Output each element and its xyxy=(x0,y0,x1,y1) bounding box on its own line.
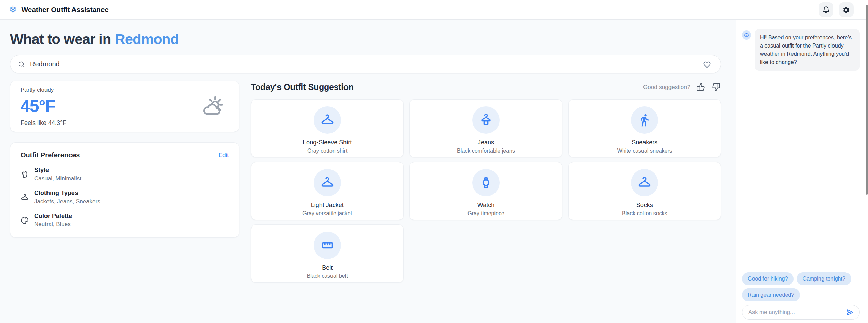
weather-condition: Partly cloudy xyxy=(21,87,66,93)
outfit-icon-slot xyxy=(638,113,651,127)
thumbs-up-button[interactable] xyxy=(696,82,706,92)
app-header: ❄ Weather Outfit Assistance xyxy=(0,0,868,20)
outfit-icon-slot xyxy=(479,113,493,127)
outfit-icon-slot xyxy=(479,176,493,190)
outfit-card-subtitle: Black comfortable jeans xyxy=(410,148,562,154)
chat-message-row: Hi! Based on your preferences, here's a … xyxy=(742,29,860,71)
edit-preferences-button[interactable]: Edit xyxy=(219,152,229,159)
outfit-card[interactable]: Sneakers White casual sneakers xyxy=(568,99,721,157)
hanger-icon xyxy=(638,176,651,190)
chat-input-row xyxy=(742,305,860,320)
outfit-card-subtitle: Gray timepiece xyxy=(410,210,562,217)
outfit-card-title: Long-Sleeve Shirt xyxy=(251,139,403,146)
preference-item: Style Casual, Minimalist xyxy=(21,167,229,182)
outfit-card-title: Sneakers xyxy=(569,139,721,146)
outfit-card[interactable]: Long-Sleeve Shirt Gray cotton shirt xyxy=(251,99,404,157)
outfit-icon-slot xyxy=(321,238,334,252)
hanger-icon xyxy=(321,113,334,127)
heart-icon xyxy=(702,60,712,69)
outfit-card[interactable]: Jeans Black comfortable jeans xyxy=(409,99,562,157)
preference-item: Clothing Types Jackets, Jeans, Sneakers xyxy=(21,190,229,205)
notifications-button[interactable] xyxy=(819,2,833,17)
outfit-card[interactable]: Light Jacket Gray versatile jacket xyxy=(251,162,404,220)
main-content: What to wear inRedmond Partly cloudy 45°… xyxy=(0,20,736,323)
ruler-icon xyxy=(321,238,334,252)
outfit-icon-circle xyxy=(631,106,658,134)
sun-behind-cloud-icon xyxy=(201,95,223,118)
app-title: Weather Outfit Assistance xyxy=(21,5,108,14)
search-icon xyxy=(18,61,25,68)
weather-temperature: 45°F xyxy=(21,96,66,116)
weather-icon-slot xyxy=(201,95,223,118)
weather-card: Partly cloudy 45°F Feels like 44.3°F xyxy=(10,81,239,132)
snowflake-logo-icon: ❄ xyxy=(9,5,17,14)
chat-suggestion-chip[interactable]: Rain gear needed? xyxy=(742,288,800,301)
pref-item-label: Clothing Types xyxy=(34,190,100,197)
preference-icon-slot xyxy=(21,216,29,224)
hanger-icon xyxy=(21,193,29,202)
page-title: What to wear inRedmond xyxy=(10,31,721,48)
watch-icon xyxy=(479,176,493,190)
outfit-icon-slot xyxy=(321,176,334,190)
outfit-icon-circle xyxy=(314,232,341,259)
preference-icon-slot xyxy=(21,170,29,179)
header-actions xyxy=(819,2,854,17)
outfit-card-subtitle: Black cotton socks xyxy=(569,210,721,217)
outfit-card-title: Jeans xyxy=(410,139,562,146)
outfit-icon-circle xyxy=(314,169,341,196)
suggestion-feedback: Good suggestion? xyxy=(643,82,721,92)
outfit-icon-circle xyxy=(472,106,500,134)
thumbs-down-icon xyxy=(712,83,720,91)
outfit-card-subtitle: Gray cotton shirt xyxy=(251,148,403,154)
preferences-list: Style Casual, Minimalist Clothing Types … xyxy=(21,167,229,228)
hanger-garment-icon xyxy=(479,113,493,127)
favorite-button[interactable] xyxy=(701,58,713,70)
brand: ❄ Weather Outfit Assistance xyxy=(9,5,109,14)
chat-suggestion-chip[interactable]: Good for hiking? xyxy=(742,272,794,285)
outfit-card-title: Light Jacket xyxy=(251,202,403,209)
walking-person-icon xyxy=(638,113,651,127)
robot-icon xyxy=(744,32,749,38)
location-search-bar xyxy=(10,55,721,73)
gear-icon xyxy=(842,6,850,14)
chat-input[interactable] xyxy=(748,309,842,315)
outfit-card-subtitle: White casual sneakers xyxy=(569,148,721,154)
thumbs-down-button[interactable] xyxy=(711,82,721,92)
pref-item-value: Casual, Minimalist xyxy=(34,175,81,182)
chat-suggestion-chips: Good for hiking?Camping tonight?Rain gea… xyxy=(742,272,860,301)
pref-item-value: Neutral, Blues xyxy=(34,221,72,228)
chat-panel: Hi! Based on your preferences, here's a … xyxy=(736,20,868,323)
page-title-city: Redmond xyxy=(115,31,179,47)
bot-icon-slot xyxy=(744,32,749,38)
send-button[interactable] xyxy=(845,308,855,317)
outfit-card[interactable]: Belt Black casual belt xyxy=(251,224,404,283)
preferences-title: Outfit Preferences xyxy=(21,151,80,159)
suggestion-title: Today's Outfit Suggestion xyxy=(251,82,354,92)
preference-item: Color Palette Neutral, Blues xyxy=(21,212,229,228)
scrollbar-thumb[interactable] xyxy=(866,5,868,195)
outfit-card[interactable]: Socks Black cotton socks xyxy=(568,162,721,220)
outfit-card-title: Socks xyxy=(569,202,721,209)
outfit-icon-slot xyxy=(321,113,334,127)
send-icon xyxy=(846,308,854,316)
page-title-prefix: What to wear in xyxy=(10,31,111,47)
outfit-icon-circle xyxy=(631,169,658,196)
pref-item-label: Style xyxy=(34,167,81,174)
chat-message: Hi! Based on your preferences, here's a … xyxy=(755,29,860,71)
outfit-card-title: Watch xyxy=(410,202,562,209)
feedback-label: Good suggestion? xyxy=(643,84,690,91)
search-input[interactable] xyxy=(30,60,696,68)
outfit-card-title: Belt xyxy=(251,264,403,271)
bell-icon xyxy=(822,6,830,14)
chat-suggestion-chip[interactable]: Camping tonight? xyxy=(797,272,851,285)
bot-avatar xyxy=(742,30,751,40)
outfit-card[interactable]: Watch Gray timepiece xyxy=(409,162,562,220)
hanger-icon xyxy=(321,176,334,190)
outfit-card-subtitle: Gray versatile jacket xyxy=(251,210,403,217)
preferences-card: Outfit Preferences Edit Style Casual, Mi… xyxy=(10,142,239,238)
palette-icon xyxy=(21,216,29,224)
thumbs-up-icon xyxy=(696,83,705,91)
outfit-icon-slot xyxy=(638,176,651,190)
settings-button[interactable] xyxy=(839,2,854,17)
weather-feels-like: Feels like 44.3°F xyxy=(21,119,66,127)
